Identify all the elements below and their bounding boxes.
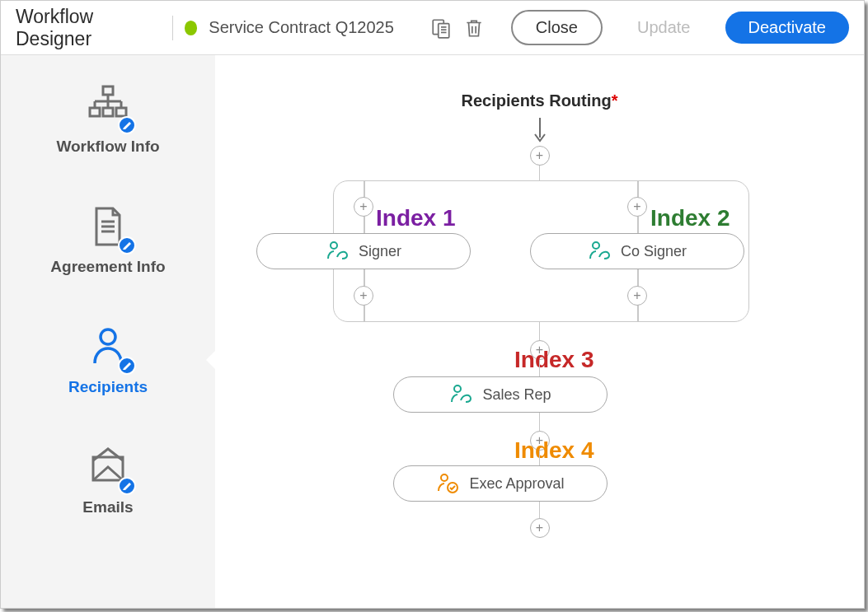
connector xyxy=(539,360,541,378)
agreement-info-icon xyxy=(85,203,131,250)
sidebar-item-emails[interactable]: Emails xyxy=(1,432,215,528)
svg-rect-8 xyxy=(90,108,100,116)
sidebar-item-label: Emails xyxy=(82,498,133,516)
svg-rect-1 xyxy=(439,23,449,37)
recipient-node-label: Signer xyxy=(359,243,401,260)
header-bar: Workflow Designer Service Contract Q1202… xyxy=(1,1,864,55)
index-3-label: Index 3 xyxy=(514,347,594,373)
add-recipient-col2-top[interactable]: + xyxy=(627,197,647,217)
status-indicator-icon xyxy=(185,21,198,35)
sidebar: Workflow Info Agreement Info Recipients xyxy=(1,55,215,608)
signer-icon xyxy=(326,241,349,262)
signer-icon xyxy=(449,384,472,405)
close-button-label: Close xyxy=(536,18,578,36)
recipient-node-label: Sales Rep xyxy=(482,386,551,404)
sidebar-item-label: Workflow Info xyxy=(56,138,159,156)
add-recipient-bottom[interactable]: + xyxy=(530,518,550,538)
add-recipient-col1-bottom[interactable]: + xyxy=(354,286,373,306)
svg-rect-10 xyxy=(116,108,126,116)
approver-icon xyxy=(436,473,459,494)
svg-point-22 xyxy=(331,242,337,249)
signer-icon xyxy=(588,241,611,262)
routing-canvas: Recipients Routing* + + + Index 1 Index … xyxy=(215,55,864,608)
sidebar-item-label: Recipients xyxy=(68,378,148,396)
sidebar-item-label: Agreement Info xyxy=(50,258,165,276)
svg-point-23 xyxy=(593,242,599,249)
svg-point-25 xyxy=(441,474,448,481)
update-button-label: Update xyxy=(637,18,691,36)
svg-point-24 xyxy=(454,385,461,392)
workflow-info-icon xyxy=(85,83,131,129)
connector xyxy=(539,322,541,340)
emails-icon xyxy=(85,444,131,490)
index-2-label: Index 2 xyxy=(650,205,730,231)
recipient-node-cosigner[interactable]: Co Signer xyxy=(530,233,744,269)
recipient-node-signer[interactable]: Signer xyxy=(256,233,471,269)
workflow-name: Service Contract Q12025 xyxy=(209,18,394,37)
duplicate-icon[interactable] xyxy=(430,16,452,40)
sidebar-item-workflow-info[interactable]: Workflow Info xyxy=(1,72,215,167)
connector xyxy=(539,413,541,431)
header-divider xyxy=(172,16,173,40)
close-button[interactable]: Close xyxy=(511,10,603,45)
index-4-label: Index 4 xyxy=(514,437,594,464)
recipient-node-label: Co Signer xyxy=(621,243,687,260)
app-title: Workflow Designer xyxy=(16,6,154,50)
connector xyxy=(539,451,541,467)
canvas-title: Recipients Routing* xyxy=(461,91,617,110)
recipients-icon xyxy=(85,324,131,370)
index-1-label: Index 1 xyxy=(376,205,455,231)
recipient-node-label: Exec Approval xyxy=(469,475,564,493)
delete-icon[interactable] xyxy=(463,16,485,40)
sidebar-item-agreement-info[interactable]: Agreement Info xyxy=(1,192,215,287)
canvas-title-text: Recipients Routing xyxy=(461,91,611,110)
sidebar-item-recipients[interactable]: Recipients xyxy=(1,312,215,408)
update-button: Update xyxy=(614,12,714,44)
recipient-node-salesrep[interactable]: Sales Rep xyxy=(393,376,608,413)
connector xyxy=(539,166,541,180)
connector xyxy=(539,502,541,518)
arrow-down-icon xyxy=(533,118,547,147)
add-recipient-col1-top[interactable]: + xyxy=(354,197,373,217)
deactivate-button-label: Deactivate xyxy=(748,18,827,36)
svg-rect-9 xyxy=(103,108,113,116)
required-asterisk: * xyxy=(612,91,618,110)
add-recipient-col2-bottom[interactable]: + xyxy=(627,286,647,306)
deactivate-button[interactable]: Deactivate xyxy=(725,12,850,44)
recipient-node-exec[interactable]: Exec Approval xyxy=(393,465,608,502)
add-recipient-top[interactable]: + xyxy=(530,146,550,166)
svg-rect-7 xyxy=(103,86,113,95)
svg-point-19 xyxy=(101,329,115,344)
